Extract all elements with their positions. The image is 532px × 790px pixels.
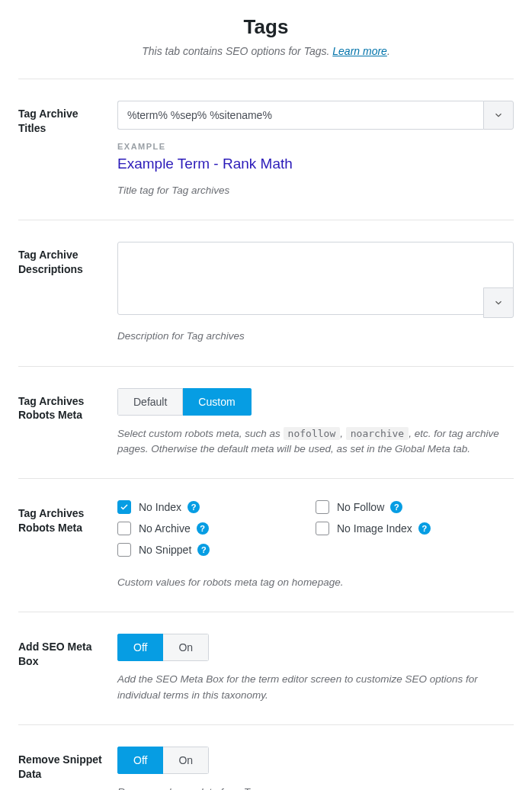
snippet-help: Remove schema data from Tag. xyxy=(117,785,514,790)
nofollow-label: No Follow xyxy=(337,501,384,513)
tag-titles-help: Title tag for Tag archives xyxy=(117,183,514,198)
learn-more-link[interactable]: Learn more xyxy=(332,45,387,57)
example-preview: Example Term - Rank Math xyxy=(117,156,514,172)
page-subtitle: This tab contains SEO options for Tags. … xyxy=(18,45,514,57)
help-icon[interactable]: ? xyxy=(187,501,200,513)
robots-meta-type-label: Tag Archives Robots Meta xyxy=(18,388,117,458)
snippet-off-button[interactable]: Off xyxy=(117,747,163,774)
metabox-off-button[interactable]: Off xyxy=(117,634,163,661)
tag-desc-label: Tag Archive Descriptions xyxy=(18,242,117,344)
chevron-down-icon xyxy=(493,110,504,120)
nosnippet-label: No Snippet xyxy=(139,544,191,556)
noindex-label: No Index xyxy=(139,501,181,513)
help-icon[interactable]: ? xyxy=(418,522,431,535)
robots-checks-label: Tag Archives Robots Meta xyxy=(18,500,117,590)
noindex-checkbox[interactable] xyxy=(117,500,131,514)
robots-type-help: Select custom robots meta, such as nofol… xyxy=(117,426,514,458)
help-icon[interactable]: ? xyxy=(390,501,402,513)
snippet-label: Remove Snippet Data xyxy=(18,747,117,790)
robots-default-button[interactable]: Default xyxy=(117,388,183,416)
help-icon[interactable]: ? xyxy=(197,544,210,556)
page-title: Tags xyxy=(18,15,514,39)
noimageindex-label: No Image Index xyxy=(337,522,412,535)
chevron-down-icon xyxy=(493,297,504,308)
noarchive-checkbox[interactable] xyxy=(117,522,131,535)
robots-checks-help: Custom values for robots meta tag on hom… xyxy=(117,575,514,590)
tag-titles-label: Tag Archive Titles xyxy=(18,101,117,198)
tag-titles-dropdown[interactable] xyxy=(483,101,514,130)
help-icon[interactable]: ? xyxy=(197,522,209,535)
noarchive-label: No Archive xyxy=(139,522,191,535)
metabox-label: Add SEO Meta Box xyxy=(18,634,117,703)
snippet-on-button[interactable]: On xyxy=(163,747,209,774)
tag-desc-help: Description for Tag archives xyxy=(117,329,514,344)
metabox-help: Add the SEO Meta Box for the term editor… xyxy=(117,672,514,703)
example-label: EXAMPLE xyxy=(117,142,514,151)
noimageindex-checkbox[interactable] xyxy=(316,522,329,535)
tag-desc-dropdown[interactable] xyxy=(483,287,514,318)
nosnippet-checkbox[interactable] xyxy=(117,543,131,557)
robots-custom-button[interactable]: Custom xyxy=(183,388,251,416)
metabox-on-button[interactable]: On xyxy=(163,634,209,661)
nofollow-checkbox[interactable] xyxy=(316,500,329,514)
tag-desc-textarea[interactable] xyxy=(117,242,514,315)
tag-titles-input[interactable] xyxy=(117,101,483,130)
